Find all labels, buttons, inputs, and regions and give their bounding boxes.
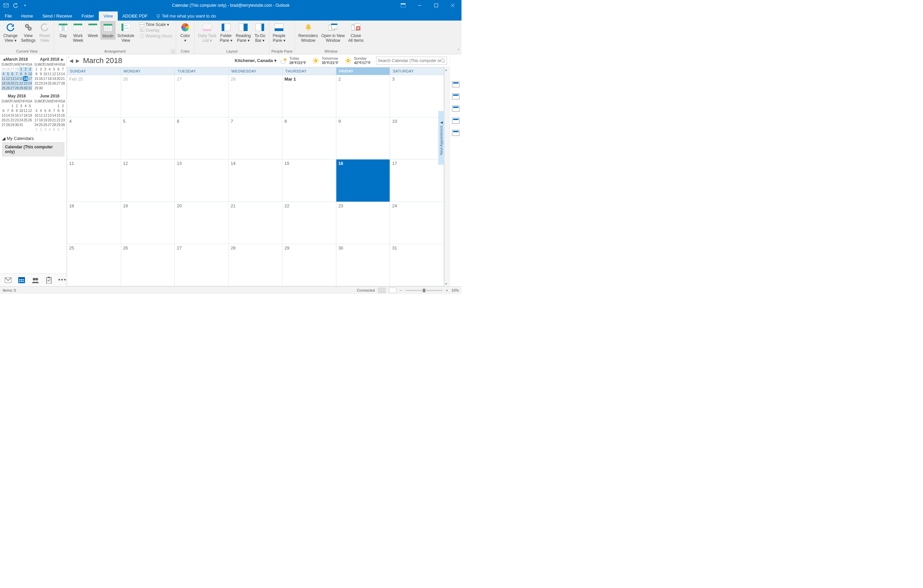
calendar-day-cell[interactable]: 25 (67, 244, 121, 286)
mini-cal-day[interactable] (43, 86, 48, 90)
mini-cal-day[interactable] (34, 103, 39, 108)
mini-cal-day[interactable]: 10 (19, 108, 23, 113)
mini-cal-day[interactable]: 20 (2, 118, 6, 122)
mini-cal-day[interactable]: 9 (61, 108, 65, 113)
mini-cal-day[interactable]: 6 (2, 108, 6, 113)
calendar-day-cell[interactable]: 11 (67, 159, 121, 201)
peek-icon-1[interactable] (452, 81, 460, 87)
mini-cal-day[interactable]: 15 (34, 76, 39, 81)
mini-cal-day[interactable]: 21 (15, 81, 19, 86)
mini-cal-day[interactable]: 5 (43, 108, 48, 113)
folder-pane-button[interactable]: Folder Pane ▾ (218, 21, 233, 44)
mini-cal-day[interactable]: 24 (34, 122, 39, 127)
more-nav-icon[interactable]: ••• (59, 277, 66, 284)
mini-cal-day[interactable]: 2 (61, 103, 65, 108)
calendar-day-cell[interactable]: 27 (175, 244, 229, 286)
calendar-day-cell[interactable]: 21 (229, 202, 283, 244)
mini-cal-day[interactable]: 23 (15, 118, 19, 122)
collapse-nav-pane-button[interactable]: ‹ (68, 55, 69, 59)
mini-cal-day[interactable]: 6 (10, 72, 15, 76)
mini-cal-day[interactable]: 11 (48, 72, 52, 76)
reminders-window-button[interactable]: Reminders Window (297, 21, 319, 44)
mini-cal-day[interactable] (43, 103, 48, 108)
mini-cal-day[interactable]: 1 (10, 103, 15, 108)
mini-cal-day[interactable]: 7 (61, 127, 65, 132)
mini-calendar[interactable]: April 2018▶SUMOTUWETHFRSA123456789101112… (34, 56, 66, 90)
mini-cal-day[interactable]: 3 (19, 103, 23, 108)
zoom-in-button[interactable]: + (446, 288, 448, 292)
mini-cal-day[interactable] (39, 103, 43, 108)
tab-file[interactable]: File (0, 11, 16, 21)
zoom-slider[interactable] (406, 290, 443, 291)
calendar-day-cell[interactable]: 2 (336, 75, 390, 117)
mini-cal-day[interactable] (2, 103, 6, 108)
close-button[interactable] (445, 0, 460, 10)
mini-cal-day[interactable]: 6 (56, 67, 61, 72)
mini-cal-day[interactable] (61, 86, 65, 90)
mini-cal-day[interactable]: 23 (61, 118, 65, 122)
mini-cal-day[interactable]: 3 (43, 67, 48, 72)
mini-cal-day[interactable]: 3 (28, 67, 32, 72)
mini-cal-day[interactable]: 22 (56, 118, 61, 122)
mini-cal-day[interactable]: 2 (39, 127, 43, 132)
search-input[interactable] (378, 58, 440, 63)
mini-cal-day[interactable]: 29 (34, 86, 39, 90)
prev-month-button[interactable]: ◀ (69, 58, 73, 63)
calendar-day-cell[interactable]: 9 (336, 117, 390, 159)
mini-cal-day[interactable]: 19 (28, 113, 32, 118)
mini-cal-day[interactable] (52, 86, 56, 90)
work-week-view-button[interactable]: Work Week (71, 21, 85, 44)
calendar-day-cell[interactable]: 14 (229, 159, 283, 201)
calendar-day-cell[interactable]: 6 (175, 117, 229, 159)
mini-cal-day[interactable]: 26 (28, 118, 32, 122)
mini-cal-day[interactable]: 30 (23, 86, 28, 90)
mini-cal-day[interactable]: 28 (61, 81, 65, 86)
mini-cal-day[interactable]: 13 (48, 113, 52, 118)
calendar-day-cell[interactable]: 7 (229, 117, 283, 159)
mini-cal-day[interactable]: 5 (6, 72, 10, 76)
calendar-day-cell[interactable]: 3 (390, 75, 444, 117)
weather-day[interactable]: Today28°F/22°F (280, 56, 306, 65)
mini-cal-day[interactable]: 27 (2, 122, 6, 127)
mini-cal-day[interactable]: 1 (19, 67, 23, 72)
calendar-day-cell[interactable]: 20 (175, 202, 229, 244)
mini-cal-day[interactable]: 27 (56, 81, 61, 86)
mini-cal-day[interactable] (28, 122, 32, 127)
mini-cal-day[interactable]: 12 (6, 76, 10, 81)
mini-calendar[interactable]: June 2018SUMOTUWETHFRSA12345678910111213… (34, 93, 66, 132)
mini-cal-day[interactable] (48, 103, 52, 108)
mini-cal-day[interactable]: 21 (6, 118, 10, 122)
mini-cal-day[interactable]: 5 (52, 67, 56, 72)
mini-cal-day[interactable]: 10 (43, 72, 48, 76)
mini-cal-day[interactable]: 18 (2, 81, 6, 86)
mini-cal-day[interactable]: 7 (61, 67, 65, 72)
mini-cal-day[interactable]: 18 (48, 76, 52, 81)
next-month-mini-button[interactable]: ▶ (61, 58, 64, 61)
calendar-day-cell[interactable]: 22 (282, 202, 336, 244)
mini-cal-day[interactable]: 24 (43, 81, 48, 86)
mini-cal-day[interactable]: 8 (56, 108, 61, 113)
weather-location[interactable]: Kitchener, Canada ▾ (235, 58, 277, 63)
mini-cal-day[interactable]: 11 (39, 113, 43, 118)
mini-cal-day[interactable]: 20 (48, 118, 52, 122)
day-view-button[interactable]: Day (56, 21, 70, 39)
mini-cal-day[interactable]: 9 (23, 72, 28, 76)
mini-cal-day[interactable]: 13 (56, 72, 61, 76)
calendar-day-cell[interactable]: 12 (121, 159, 175, 201)
view-normal-button[interactable] (378, 288, 386, 293)
mini-cal-day[interactable]: 8 (10, 108, 15, 113)
mini-cal-day[interactable] (23, 122, 28, 127)
mini-cal-day[interactable]: 5 (52, 127, 56, 132)
calendar-day-cell[interactable]: 16 (336, 159, 390, 201)
calendar-day-cell[interactable]: 30 (336, 244, 390, 286)
mini-cal-day[interactable]: 15 (10, 113, 15, 118)
schedule-view-button[interactable]: Schedule View (116, 21, 136, 44)
mini-cal-day[interactable]: 28 (15, 67, 19, 72)
mini-cal-day[interactable]: 24 (28, 81, 32, 86)
mini-cal-day[interactable]: 20 (10, 81, 15, 86)
calendar-day-cell[interactable]: 13 (175, 159, 229, 201)
tab-send-receive[interactable]: Send / Receive (38, 11, 77, 21)
mini-cal-day[interactable]: 26 (6, 67, 10, 72)
mini-cal-day[interactable]: 28 (52, 122, 56, 127)
mini-cal-day[interactable]: 30 (39, 86, 43, 90)
